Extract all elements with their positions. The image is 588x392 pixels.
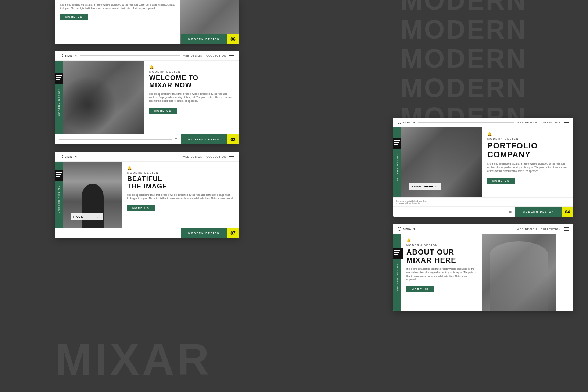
bell-icon: 🔔	[127, 166, 234, 170]
card-about: SIGN-IN WEB DESIGN COLLECTION MODERN DES…	[393, 224, 573, 311]
menu-icon: ☰	[175, 37, 177, 41]
card-content: 🔔 MODERN DESIGN ABOUT OUR MIXAR HERE It …	[401, 234, 482, 311]
nav-circle	[398, 227, 401, 231]
sidebar-text: MODERN DESIGN	[58, 185, 60, 213]
left-cards-container: It is a long established fact that a rea…	[55, 0, 243, 392]
office-image-wrapper: PAGE ——→	[401, 127, 482, 197]
silhouette-image-wrapper: PAGE ——→	[63, 162, 122, 228]
nav-signin: SIGN-IN	[65, 54, 77, 57]
card-body: MODERN DESIGN → 🔔 MODERN DESIGN ABOUT OU…	[393, 234, 573, 311]
card-sidebar: MODERN DESIGN →	[55, 162, 63, 228]
bell-icon: 🔔	[406, 238, 477, 242]
nav-signin: SIGN-IN	[403, 228, 415, 230]
beatiful-more-button[interactable]: MORE US	[127, 205, 155, 211]
portfolio-more-button[interactable]: MORE US	[487, 178, 515, 184]
sidebar-arrow-icon: →	[58, 118, 61, 122]
card-portfolio: SIGN-IN WEB DESIGN COLLECTION MODERN DES…	[393, 118, 573, 217]
nav-line	[418, 229, 514, 229]
sidebar-arrow-icon: →	[396, 183, 399, 187]
nav-signin: SIGN-IN	[65, 155, 77, 158]
arch-image	[482, 234, 556, 311]
menu-icon: ☰	[175, 138, 177, 141]
card-content: 🔔 MODERN DESIGN WELCOME TO MIXAR NOW It …	[144, 61, 239, 134]
card-footer: ☰ MODERN DESIGN 02	[55, 134, 239, 144]
about-more-button[interactable]: MORE US	[406, 286, 434, 292]
footer-line	[59, 139, 172, 140]
nav-circle	[398, 121, 401, 124]
footer-green-label: MODERN DESIGN	[181, 134, 227, 144]
card-body: MODERN DESIGN → PAGE ——→ 🔔 MODERN DESIGN…	[55, 162, 239, 228]
nav-logo: SIGN-IN	[60, 155, 77, 158]
stack-icon	[394, 250, 400, 255]
nav-line	[418, 122, 514, 123]
content-title: PORTFOLIO COMPANY	[487, 141, 568, 159]
page-text: PAGE	[412, 185, 422, 188]
sidebar-text: MODERN DESIGN	[396, 263, 398, 291]
nav-links: WEB DESIGN COLLECTION	[517, 228, 561, 230]
bg-modern-text: MODERN MODERN MODERN MODERN MODERN	[397, 0, 588, 118]
right-cards-container: SIGN-IN WEB DESIGN COLLECTION MODERN DES…	[393, 118, 581, 311]
nav-circle	[60, 155, 63, 158]
nav-line	[80, 157, 179, 157]
content-label: MODERN DESIGN	[487, 137, 568, 140]
title-line1: WELCOME TO	[149, 74, 198, 82]
footer-number: 07	[227, 228, 239, 238]
welcome-more-button[interactable]: MORE US	[149, 108, 177, 114]
title-line1: BEATIFUL	[127, 175, 162, 183]
footer-icons: ☰	[175, 37, 177, 41]
menu-icon: ☰	[509, 210, 512, 213]
nav-signin: SIGN-IN	[403, 121, 415, 124]
content-text: It is a long established fact that a rea…	[127, 193, 234, 201]
hamburger-icon	[564, 121, 569, 124]
content-label: MODERN DESIGN	[149, 71, 234, 73]
nav-collection: COLLECTION	[206, 155, 226, 158]
nav-webdesign: WEB DESIGN	[183, 54, 203, 57]
footer-left: ☰	[55, 138, 181, 141]
nav-logo: SIGN-IN	[60, 54, 77, 57]
content-title: ABOUT OUR MIXAR HERE	[406, 248, 477, 264]
menu-icon: ☰	[175, 231, 177, 235]
stack-icon	[56, 172, 62, 177]
card-nav: SIGN-IN WEB DESIGN COLLECTION	[55, 152, 239, 162]
title-line2: THE IMAGE	[127, 183, 167, 190]
partial-more-button[interactable]: MORE US	[60, 14, 88, 20]
bell-icon: 🔔	[149, 65, 234, 69]
content-title: WELCOME TO MIXAR NOW	[149, 75, 234, 89]
card-body: MODERN DESIGN → 🔔 MODERN DESIGN WELCOME …	[55, 61, 239, 134]
card-sidebar: MODERN DESIGN →	[393, 127, 401, 197]
content-title: BEATIFUL THE IMAGE	[127, 176, 234, 190]
footer-icons: ☰	[509, 210, 512, 213]
nav-collection: COLLECTION	[541, 121, 561, 124]
icon-box	[393, 248, 403, 259]
nav-webdesign: WEB DESIGN	[183, 155, 203, 158]
page-label: PAGE ——→	[409, 183, 441, 190]
page-arrow-icon: ——→	[86, 215, 100, 219]
nav-links: WEB DESIGN COLLECTION	[517, 121, 561, 124]
title-line2: MIXAR HERE	[406, 256, 456, 264]
small-text: It is a long established fact that a rea…	[393, 197, 573, 206]
footer-left: ☰	[55, 37, 181, 41]
title-line2: MIXAR NOW	[149, 82, 192, 89]
footer-green-label: MODERN DESIGN	[181, 228, 227, 238]
sidebar-arrow-icon: →	[58, 216, 61, 219]
footer-line	[59, 39, 172, 39]
nav-line	[80, 55, 179, 56]
card-partial: It is a long established fact that a rea…	[55, 0, 239, 44]
card-sidebar: MODERN DESIGN →	[55, 61, 63, 134]
hamburger-icon	[229, 54, 234, 57]
card-body: MODERN DESIGN → PAGE ——→ 🔔 MODERN DESIGN…	[393, 127, 573, 197]
nav-links: WEB DESIGN COLLECTION	[183, 54, 226, 57]
card-nav: SIGN-IN WEB DESIGN COLLECTION	[393, 118, 573, 127]
footer-number: 02	[227, 134, 239, 144]
hamburger-icon	[229, 155, 234, 158]
title-line1: PORTFOLIO	[487, 141, 538, 150]
nav-circle	[60, 54, 63, 57]
content-text: It is a long established fact that a rea…	[406, 267, 477, 281]
footer-green-label: MODERN DESIGN	[515, 207, 562, 217]
bell-icon: 🔔	[487, 132, 568, 136]
partial-footer: ☰ MODERN DESIGN 06	[55, 34, 239, 44]
title-line1: ABOUT OUR	[406, 248, 454, 256]
page-text: PAGE	[74, 216, 83, 218]
card-nav: SIGN-IN WEB DESIGN COLLECTION	[55, 51, 239, 61]
footer-number: 04	[562, 207, 573, 217]
